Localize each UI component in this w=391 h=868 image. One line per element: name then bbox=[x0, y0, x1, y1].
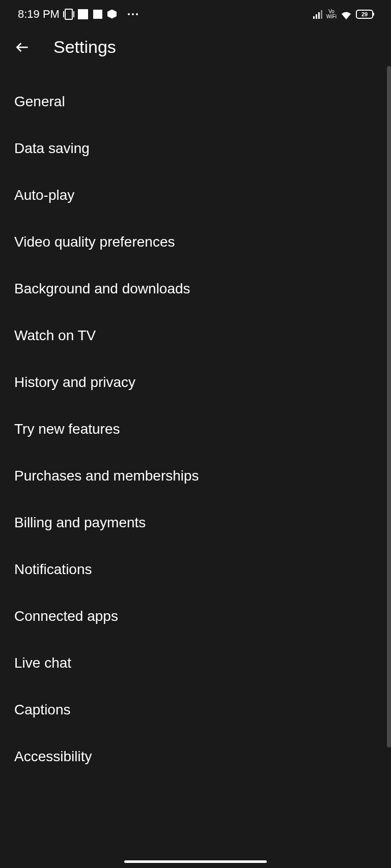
settings-item-label: Video quality preferences bbox=[14, 234, 175, 250]
more-notifications-icon bbox=[128, 13, 138, 15]
settings-item-try-new-features[interactable]: Try new features bbox=[14, 406, 377, 453]
settings-item-label: Billing and payments bbox=[14, 515, 146, 530]
battery-icon: 29 bbox=[356, 10, 373, 19]
settings-item-data-saving[interactable]: Data saving bbox=[14, 125, 377, 172]
back-button[interactable] bbox=[14, 39, 31, 55]
arrow-left-icon bbox=[14, 39, 31, 55]
vibrate-icon bbox=[65, 9, 73, 20]
home-indicator[interactable] bbox=[124, 860, 267, 863]
settings-item-live-chat[interactable]: Live chat bbox=[14, 640, 377, 686]
settings-item-label: Watch on TV bbox=[14, 327, 96, 343]
settings-item-label: History and privacy bbox=[14, 374, 135, 390]
settings-item-label: Data saving bbox=[14, 140, 90, 156]
settings-item-label: Connected apps bbox=[14, 608, 118, 624]
scrollbar[interactable] bbox=[387, 66, 391, 747]
settings-item-label: Auto-play bbox=[14, 187, 74, 203]
settings-item-purchases-memberships[interactable]: Purchases and memberships bbox=[14, 453, 377, 499]
settings-item-label: General bbox=[14, 94, 65, 109]
settings-list: General Data saving Auto-play Video qual… bbox=[0, 66, 391, 792]
settings-item-label: Captions bbox=[14, 702, 71, 717]
settings-item-label: Live chat bbox=[14, 655, 71, 671]
settings-item-billing-payments[interactable]: Billing and payments bbox=[14, 499, 377, 546]
status-bar: 8:19 PM Vo WiFi 29 bbox=[0, 0, 391, 28]
status-left: 8:19 PM bbox=[18, 8, 138, 21]
settings-item-accessibility[interactable]: Accessibility bbox=[14, 733, 377, 780]
settings-item-notifications[interactable]: Notifications bbox=[14, 546, 377, 593]
status-right: Vo WiFi 29 bbox=[313, 9, 373, 19]
header: Settings bbox=[0, 28, 391, 66]
settings-item-video-quality[interactable]: Video quality preferences bbox=[14, 219, 377, 265]
status-time: 8:19 PM bbox=[18, 8, 60, 21]
settings-item-label: Notifications bbox=[14, 561, 92, 577]
app-notification-icon bbox=[78, 9, 88, 19]
settings-item-history-privacy[interactable]: History and privacy bbox=[14, 359, 377, 406]
settings-item-captions[interactable]: Captions bbox=[14, 686, 377, 733]
settings-item-label: Try new features bbox=[14, 421, 120, 437]
vowifi-icon: Vo WiFi bbox=[326, 9, 337, 19]
settings-item-label: Background and downloads bbox=[14, 281, 190, 296]
settings-item-background-downloads[interactable]: Background and downloads bbox=[14, 265, 377, 312]
settings-item-general[interactable]: General bbox=[14, 78, 377, 125]
settings-item-watch-on-tv[interactable]: Watch on TV bbox=[14, 312, 377, 359]
hexagon-icon bbox=[107, 10, 117, 19]
square-icon bbox=[93, 10, 102, 19]
settings-item-auto-play[interactable]: Auto-play bbox=[14, 172, 377, 219]
settings-item-connected-apps[interactable]: Connected apps bbox=[14, 593, 377, 640]
settings-item-label: Accessibility bbox=[14, 749, 92, 764]
wifi-icon bbox=[341, 10, 352, 19]
signal-icon bbox=[313, 10, 322, 19]
page-title: Settings bbox=[53, 37, 116, 57]
settings-item-label: Purchases and memberships bbox=[14, 468, 199, 484]
